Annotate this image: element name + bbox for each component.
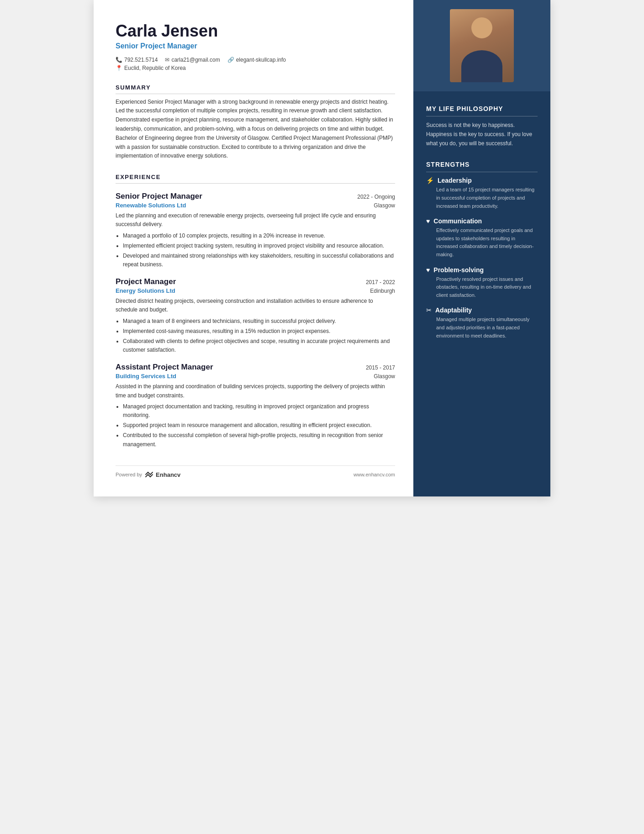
phone-icon: 📞 xyxy=(116,57,122,63)
experience-section: EXPERIENCE Senior Project Manager 2022 -… xyxy=(116,174,395,449)
bullet-1-2: Implemented efficient project tracking s… xyxy=(123,242,395,250)
experience-entry-3: Assistant Project Manager 2015 - 2017 Bu… xyxy=(116,363,395,449)
phone-number: 792.521.5714 xyxy=(124,57,158,63)
exp-header-3: Assistant Project Manager 2015 - 2017 xyxy=(116,363,395,372)
exp-company-row-1: Renewable Solutions Ltd Glasgow xyxy=(116,202,395,209)
exp-desc-2: Directed district heating projects, over… xyxy=(116,297,395,314)
summary-title: SUMMARY xyxy=(116,84,395,94)
bullet-2-2: Implemented cost-saving measures, result… xyxy=(123,327,395,336)
enhancv-logo: Enhancv xyxy=(145,471,180,478)
right-content: MY LIFE PHILOSOPHY Success is not the ke… xyxy=(413,91,550,366)
exp-bullets-3: Managed project documentation and tracki… xyxy=(116,402,395,449)
phone-contact: 📞 792.521.5714 xyxy=(116,57,158,63)
location-text: Euclid, Republic of Korea xyxy=(124,65,186,71)
email-icon: ✉ xyxy=(165,57,169,63)
exp-role-3: Assistant Project Manager xyxy=(116,363,213,372)
strength-header-3: ♥ Problem-solving xyxy=(426,266,538,274)
strength-item-4: ✂ Adaptability Managed multiple projects… xyxy=(426,306,538,340)
bullet-3-3: Contributed to the successful completion… xyxy=(123,431,395,449)
header-section: Carla Jensen Senior Project Manager 📞 79… xyxy=(116,22,395,71)
strength-name-1: Leadership xyxy=(438,177,472,184)
exp-bullets-2: Managed a team of 8 engineers and techni… xyxy=(116,317,395,355)
strength-item-3: ♥ Problem-solving Proactively resolved p… xyxy=(426,266,538,300)
summary-text: Experienced Senior Project Manager with … xyxy=(116,98,395,161)
philosophy-title: MY LIFE PHILOSOPHY xyxy=(426,105,538,116)
exp-role-1: Senior Project Manager xyxy=(116,192,202,201)
exp-company-1: Renewable Solutions Ltd xyxy=(116,202,186,209)
strength-desc-3: Proactively resolved project issues and … xyxy=(426,275,538,300)
enhancv-brand-name: Enhancv xyxy=(156,471,180,478)
strength-desc-2: Effectively communicated project goals a… xyxy=(426,227,538,259)
right-column: MY LIFE PHILOSOPHY Success is not the ke… xyxy=(413,0,550,496)
strengths-section: STRENGTHS ⚡ Leadership Led a team of 15 … xyxy=(426,161,538,340)
footer-url: www.enhancv.com xyxy=(354,472,395,477)
strength-header-4: ✂ Adaptability xyxy=(426,306,538,314)
strength-icon-4: ✂ xyxy=(426,306,432,314)
experience-entry-2: Project Manager 2017 - 2022 Energy Solut… xyxy=(116,277,395,354)
exp-bullets-1: Managed a portfolio of 10 complex projec… xyxy=(116,232,395,269)
exp-dates-3: 2015 - 2017 xyxy=(366,364,395,371)
strengths-title: STRENGTHS xyxy=(426,161,538,172)
strength-item-1: ⚡ Leadership Led a team of 15 project ma… xyxy=(426,177,538,210)
bullet-1-1: Managed a portfolio of 10 complex projec… xyxy=(123,232,395,240)
exp-header-2: Project Manager 2017 - 2022 xyxy=(116,277,395,286)
exp-company-row-3: Building Services Ltd Glasgow xyxy=(116,373,395,380)
enhancv-logo-icon xyxy=(145,471,154,478)
strength-icon-3: ♥ xyxy=(426,266,430,274)
footer-powered: Powered by Enhancv xyxy=(116,471,180,478)
strength-icon-2: ♥ xyxy=(426,217,430,225)
photo-container xyxy=(413,0,550,91)
contact-row-1: 📞 792.521.5714 ✉ carla21@gmail.com 🔗 ele… xyxy=(116,57,395,63)
candidate-name: Carla Jensen xyxy=(116,22,395,40)
experience-title: EXPERIENCE xyxy=(116,174,395,184)
exp-role-2: Project Manager xyxy=(116,277,176,286)
footer-bar: Powered by Enhancv www.enhancv.com xyxy=(116,465,395,478)
experience-entry-1: Senior Project Manager 2022 - Ongoing Re… xyxy=(116,192,395,269)
exp-location-1: Glasgow xyxy=(374,202,395,209)
strength-desc-1: Led a team of 15 project managers result… xyxy=(426,186,538,210)
bullet-3-2: Supported project team in resource manag… xyxy=(123,421,395,430)
strength-name-3: Problem-solving xyxy=(433,266,484,274)
exp-company-row-2: Energy Solutions Ltd Edinburgh xyxy=(116,287,395,294)
location-contact: 📍 Euclid, Republic of Korea xyxy=(116,65,186,71)
exp-company-3: Building Services Ltd xyxy=(116,373,176,380)
strength-name-2: Communication xyxy=(433,217,482,225)
exp-location-3: Glasgow xyxy=(374,373,395,380)
strength-item-2: ♥ Communication Effectively communicated… xyxy=(426,217,538,259)
exp-location-2: Edinburgh xyxy=(370,288,395,294)
link-icon: 🔗 xyxy=(227,57,234,63)
strength-desc-4: Managed multiple projects simultaneously… xyxy=(426,316,538,340)
strength-header-2: ♥ Communication xyxy=(426,217,538,225)
email-address: carla21@gmail.com xyxy=(171,57,220,63)
website-url: elegant-skullcap.info xyxy=(236,57,286,63)
exp-dates-2: 2017 - 2022 xyxy=(366,279,395,285)
philosophy-section: MY LIFE PHILOSOPHY Success is not the ke… xyxy=(426,105,538,148)
exp-dates-1: 2022 - Ongoing xyxy=(357,194,395,200)
summary-section: SUMMARY Experienced Senior Project Manag… xyxy=(116,84,395,161)
strength-header-1: ⚡ Leadership xyxy=(426,177,538,184)
bullet-2-1: Managed a team of 8 engineers and techni… xyxy=(123,317,395,326)
website-contact: 🔗 elegant-skullcap.info xyxy=(227,57,286,63)
bullet-2-3: Collaborated with clients to define proj… xyxy=(123,337,395,354)
bullet-3-1: Managed project documentation and tracki… xyxy=(123,402,395,420)
exp-header-1: Senior Project Manager 2022 - Ongoing xyxy=(116,192,395,201)
strength-name-4: Adaptability xyxy=(435,306,472,314)
bullet-1-3: Developed and maintained strong relation… xyxy=(123,252,395,269)
candidate-title: Senior Project Manager xyxy=(116,42,395,50)
left-column: Carla Jensen Senior Project Manager 📞 79… xyxy=(94,0,413,496)
exp-company-2: Energy Solutions Ltd xyxy=(116,287,175,294)
contact-row-2: 📍 Euclid, Republic of Korea xyxy=(116,65,395,71)
location-icon: 📍 xyxy=(116,65,122,71)
strength-icon-1: ⚡ xyxy=(426,177,434,184)
powered-by-text: Powered by xyxy=(116,472,142,477)
philosophy-text: Success is not the key to happiness. Hap… xyxy=(426,121,538,148)
exp-desc-1: Led the planning and execution of renewa… xyxy=(116,211,395,229)
resume-wrapper: Carla Jensen Senior Project Manager 📞 79… xyxy=(94,0,550,496)
email-contact: ✉ carla21@gmail.com xyxy=(165,57,220,63)
candidate-photo xyxy=(450,9,514,82)
exp-desc-3: Assisted in the planning and coordinatio… xyxy=(116,382,395,400)
